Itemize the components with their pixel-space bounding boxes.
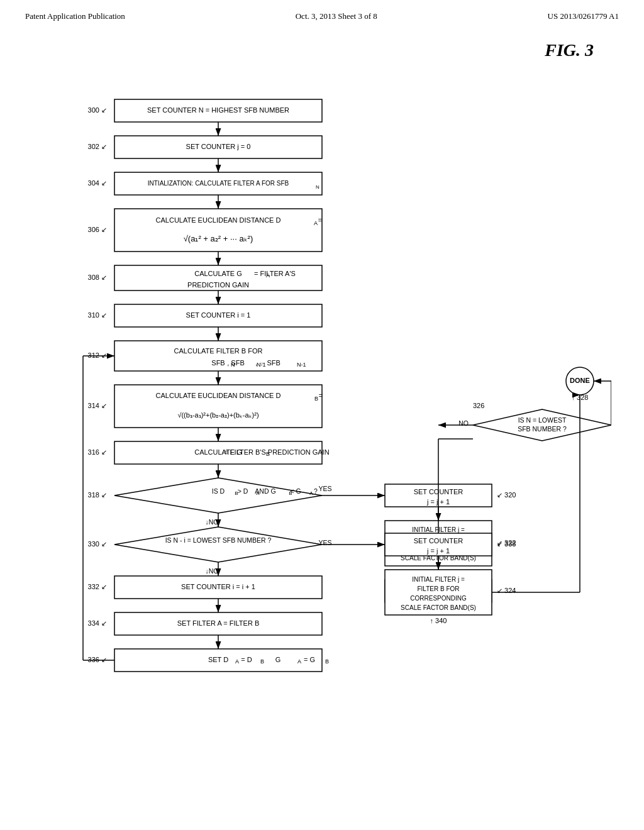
text-340-l4: SCALE FACTOR BAND(S) [401,604,476,611]
header-right: US 2013/0261779 A1 [548,11,619,21]
label-336: 336 ↙ [88,656,107,663]
text-340-l1: INITIAL FILTER j = [412,576,465,583]
label-340: ↑ 340 [430,617,447,624]
label-no-330: ↓NO [206,567,219,575]
label-320: ↙ 320 [497,491,516,499]
label-yes-330: YES [318,539,331,546]
label-304: 304 ↙ [88,179,107,187]
text-312-line2: SFB [211,359,225,367]
header-left: Patent Application Publication [25,11,125,21]
text-306-sub-A: A [314,220,318,226]
text-326-l2: SFB NUMBER ? [518,425,567,433]
text-318-and: AND G [255,487,275,495]
text-314-title: CALCULATE EUCLIDEAN DISTANCE D [156,392,281,399]
text-340-l3: CORRESPONDING [410,595,467,602]
text-336-eq2: = G [304,656,315,663]
text-334: SET FILTER A = FILTER B [177,619,260,627]
text-302: SET COUNTER j = 0 [186,143,251,150]
label-306: 306 ↙ [88,226,107,233]
text-308-line2: PREDICTION GAIN [187,281,249,289]
label-324: ↙ 324 [497,587,516,594]
label-yes-318: YES [318,485,331,492]
text-304-sub: N [316,184,319,190]
text-312-dots: , ··· SFB [255,359,280,367]
text-304: INTIALIZATION: CALCULATE FILTER A FOR SF… [148,180,289,187]
label-334: 334 ↙ [88,619,107,627]
box-306 [114,209,322,252]
text-318-subA2: A [309,490,313,496]
diagram: 300 ↙ SET COUNTER N = HIGHEST SFB NUMBER… [0,67,644,802]
figure-title: FIG. 3 [0,28,644,67]
text-316b: = FILTER B'S PREDICTION GAIN [224,448,329,456]
text-314-subB: B [314,396,318,402]
text-312-line1: CALCULATE FILTER B FOR [174,347,263,355]
text-308-line1: CALCULATE G [194,270,242,277]
text-314-formula: √((b₁-a₁)²+(b₂-a₂)+(bₖ-aₖ)²) [177,411,258,419]
label-310: 310 ↙ [88,311,107,319]
label-316: 316 ↙ [88,448,107,456]
text-312-subN1b: N-1 [297,362,306,368]
label-338: ↙ 338 [497,540,516,548]
label-318: 318 ↙ [88,491,107,499]
text-306-eq: = [318,216,322,224]
text-308-line1b: = FILTER A'S [254,270,296,277]
text-336-space: G [275,656,281,663]
text-336-subA2: A [297,658,301,665]
text-306-title: CALCULATE EUCLIDEAN DISTANCE D [156,216,281,224]
label-no-318: ↓NO [206,518,219,526]
label-300: 300 ↙ [88,106,107,114]
diamond-330 [114,527,322,562]
text-336-subB1: B [260,658,264,665]
label-330: 330 ↙ [88,540,107,548]
text-332: SET COUNTER i = i + 1 [181,583,255,590]
text-338-l1: SET COUNTER [414,537,464,545]
label-308: 308 ↙ [88,274,107,281]
text-336-eq1: = D [241,656,252,663]
text-done: DONE [570,377,590,384]
text-314-eq: = [319,392,323,399]
text-306-formula: √(a₁² + a₂² + ··· aₖ²) [184,234,253,243]
text-338-l2: j = j + 1 [426,547,450,555]
label-314: 314 ↙ [88,402,107,409]
label-332: 332 ↙ [88,583,107,590]
text-300: SET COUNTER N = HIGHEST SFB NUMBER [147,106,289,114]
text-336-subA: A [235,658,239,665]
label-326: 326 [473,402,484,409]
text-318-line1: IS D [212,487,225,495]
text-310: SET COUNTER i = 1 [186,311,251,319]
text-326-l1: IS N = LOWEST [518,416,567,424]
text-318-q: ? [314,487,318,495]
header-center: Oct. 3, 2013 Sheet 3 of 8 [296,11,377,21]
text-318-lt: < G [290,487,301,495]
label-312: 312 ↙ [88,351,107,359]
page-header: Patent Application Publication Oct. 3, 2… [0,0,644,28]
text-330-l1: IS N - i = LOWEST SFB NUMBER ? [165,536,272,544]
text-340-l2: FILTER B FOR [417,585,459,592]
text-318-gt: > D [238,487,248,495]
text-312-comma1: , SFB [227,359,245,367]
text-336: SET D [208,656,228,663]
label-no-326: NO [458,419,469,427]
label-302: 302 ↙ [88,143,107,150]
text-336-subB2: B [325,658,329,665]
